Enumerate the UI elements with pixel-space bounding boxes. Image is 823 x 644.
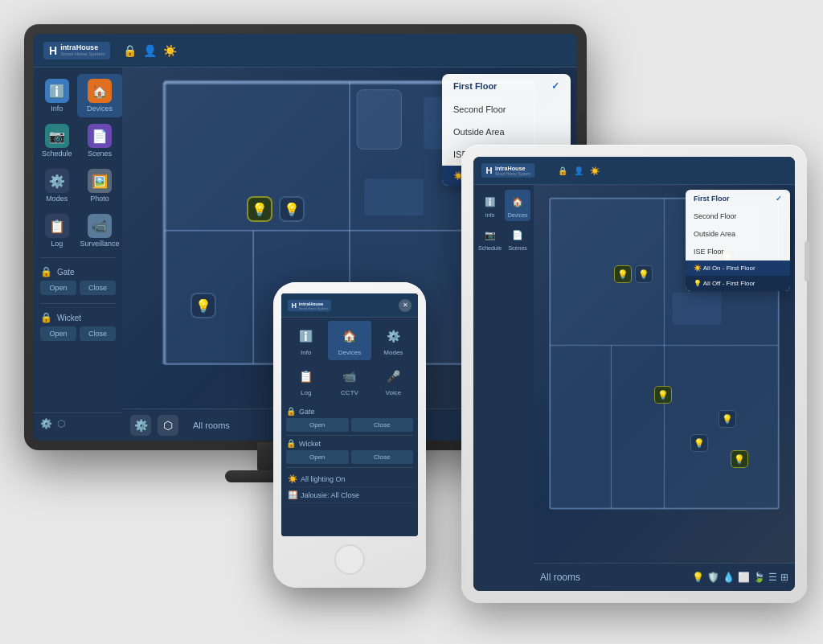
floor-item-first[interactable]: First Floor ✓ bbox=[442, 74, 571, 98]
toolbar-settings-icon[interactable]: ⚙️ bbox=[130, 415, 151, 436]
tablet-logo: H intraHouse Smart Home System bbox=[481, 163, 535, 178]
tablet-toolbar-icons: 💡 🛡️ 💧 ⬜ 🍃 ☰ ⊞ bbox=[692, 572, 788, 583]
svg-rect-11 bbox=[364, 178, 424, 215]
phone-list-jalousie-icon: 🪟 bbox=[288, 490, 297, 499]
phone-nav-log[interactable]: 📋 Log bbox=[285, 361, 327, 400]
monitor-app-header: H intraHouse Smart Home System 🔒 👤 ☀️ bbox=[34, 34, 577, 68]
phone-nav-cctv[interactable]: 📹 CCTV bbox=[328, 361, 371, 400]
tablet-lock-icon: 🔒 bbox=[558, 166, 567, 175]
phone-wicket-close[interactable]: Close bbox=[351, 450, 414, 464]
phone-wicket-icon: 🔒 bbox=[286, 439, 296, 448]
scene-container: H intraHouse Smart Home System 🔒 👤 ☀️ bbox=[0, 0, 823, 644]
phone-gate-close[interactable]: Close bbox=[351, 418, 414, 432]
light-1[interactable]: 💡 bbox=[247, 196, 272, 222]
gate-header: 🔒 Gate bbox=[40, 266, 116, 277]
tablet-nav-schedule[interactable]: 📷 Schedule bbox=[477, 223, 503, 254]
grid-icon: ⬡ bbox=[57, 418, 65, 429]
sidebar-item-surveillance[interactable]: 📹 Surveillance bbox=[77, 209, 123, 252]
sidebar-item-devices[interactable]: 🏠 Devices bbox=[77, 74, 123, 117]
sidebar-item-log[interactable]: 📋 Log bbox=[39, 209, 76, 252]
schedule-icon: 📷 bbox=[45, 124, 69, 148]
phone-wicket-buttons: Open Close bbox=[286, 450, 413, 464]
floor-item-second[interactable]: Second Floor bbox=[442, 98, 571, 121]
tablet-floor-second[interactable]: Second Floor bbox=[686, 207, 790, 225]
gate-icon: 🔒 bbox=[40, 266, 52, 277]
tablet-light-5[interactable]: 💡 bbox=[654, 386, 672, 404]
gate-buttons: Open Close bbox=[40, 281, 116, 295]
tablet-floor-outside[interactable]: Outside Area bbox=[686, 225, 790, 243]
tablet-light-4[interactable]: 💡 bbox=[719, 410, 736, 428]
phone-nav-devices[interactable]: 🏠 Devices bbox=[328, 321, 371, 360]
phone-nav-voice[interactable]: 🎤 Voice bbox=[372, 361, 415, 400]
tablet-toolbar-drop[interactable]: 💧 bbox=[723, 572, 735, 583]
tablet-floor-ise[interactable]: ISE Floor bbox=[686, 243, 790, 260]
sidebar-item-photo[interactable]: 🖼️ Photo bbox=[77, 164, 123, 207]
phone-gate-open[interactable]: Open bbox=[286, 418, 349, 432]
phone-wicket-open[interactable]: Open bbox=[286, 450, 349, 464]
tablet-toolbar-shield[interactable]: 🛡️ bbox=[707, 572, 719, 583]
tablet-light-6[interactable]: 💡 bbox=[690, 434, 708, 452]
tablet-floor-all-on[interactable]: ☀️ All On - First Floor bbox=[686, 260, 790, 276]
phone-home-button[interactable] bbox=[334, 544, 365, 575]
tablet-toolbar-grid[interactable]: ⊞ bbox=[780, 572, 788, 583]
tablet-nav-scenes[interactable]: 📄 Scenes bbox=[505, 223, 530, 254]
tablet-logo-sub: Smart Home System bbox=[495, 171, 530, 175]
info-label: Info bbox=[51, 105, 63, 113]
light-4[interactable]: 💡 bbox=[190, 293, 216, 318]
phone-nav-info[interactable]: ℹ️ Info bbox=[285, 321, 327, 360]
phone-close-button[interactable]: ✕ bbox=[399, 299, 412, 312]
log-label: Log bbox=[51, 240, 63, 248]
phone-log-label: Log bbox=[301, 389, 311, 396]
phone-bezel: H intraHouse Smart Home System ✕ ℹ️ In bbox=[273, 282, 426, 588]
phone-gate-label: Gate bbox=[299, 408, 315, 416]
tablet-sidebar: ℹ️ Info 🏠 Devices 📷 Schedule bbox=[473, 185, 534, 591]
phone-cctv-icon: 📹 bbox=[338, 365, 361, 388]
floor-item-outside[interactable]: Outside Area bbox=[442, 121, 571, 143]
wicket-open-button[interactable]: Open bbox=[40, 326, 76, 341]
wicket-label: Wicket bbox=[57, 314, 81, 322]
tablet-nav-info[interactable]: ℹ️ Info bbox=[477, 190, 503, 221]
tablet-nav-devices[interactable]: 🏠 Devices bbox=[505, 190, 530, 221]
phone-list-item-2[interactable]: 🪟 Jalousie: All Close bbox=[286, 487, 413, 503]
gate-control: 🔒 Gate Open Close bbox=[34, 263, 122, 298]
scenes-icon: 📄 bbox=[88, 124, 112, 148]
tablet-floor-first[interactable]: First Floor ✓ bbox=[686, 190, 790, 207]
tablet-side-button[interactable] bbox=[805, 241, 809, 281]
phone-log-icon: 📋 bbox=[295, 365, 317, 388]
tablet-toolbar-light[interactable]: 💡 bbox=[692, 572, 704, 583]
toolbar-grid-icon[interactable]: ⬡ bbox=[158, 415, 178, 436]
sidebar-divider-1 bbox=[40, 257, 116, 258]
svg-rect-14 bbox=[357, 90, 401, 150]
tablet-floor-dropdown: First Floor ✓ Second Floor Outside Area bbox=[686, 190, 790, 291]
sidebar-item-schedule[interactable]: 📷 Schedule bbox=[39, 119, 76, 162]
tablet-light-7[interactable]: 💡 bbox=[731, 450, 748, 468]
tablet-header: H intraHouse Smart Home System 🔒 👤 ☀️ bbox=[473, 157, 795, 185]
tablet-toolbar-square[interactable]: ⬜ bbox=[738, 572, 750, 583]
gate-open-button[interactable]: Open bbox=[40, 281, 76, 295]
sidebar-item-modes[interactable]: ⚙️ Modes bbox=[39, 164, 76, 207]
tablet-toolbar-leaf[interactable]: 🍃 bbox=[753, 572, 765, 583]
sidebar-bottom: ⚙️ ⬡ bbox=[34, 412, 122, 434]
gate-label: Gate bbox=[57, 268, 75, 277]
user-icon: 👤 bbox=[143, 44, 157, 57]
phone-modes-label: Modes bbox=[383, 349, 403, 356]
sidebar-nav-grid: ℹ️ Info 🏠 Devices 📷 Schedule bbox=[34, 74, 122, 252]
phone-gate-header: 🔒 Gate bbox=[286, 407, 413, 416]
gate-close-button[interactable]: Close bbox=[80, 281, 116, 295]
tablet-light-1[interactable]: 💡 bbox=[614, 265, 632, 283]
tablet-toolbar-list[interactable]: ☰ bbox=[768, 572, 777, 583]
tablet-light-2[interactable]: 💡 bbox=[635, 265, 653, 283]
light-2[interactable]: 💡 bbox=[279, 196, 305, 222]
tablet-floor-all-off[interactable]: 💡 All Off - First Floor bbox=[686, 276, 790, 291]
phone-controls: 🔒 Gate Open Close 🔒 bbox=[281, 404, 418, 536]
phone-voice-icon: 🎤 bbox=[382, 365, 404, 388]
wicket-close-button[interactable]: Close bbox=[80, 326, 116, 341]
sidebar-item-scenes[interactable]: 📄 Scenes bbox=[77, 119, 123, 162]
phone-nav-modes[interactable]: ⚙️ Modes bbox=[372, 321, 415, 360]
sidebar-item-info[interactable]: ℹ️ Info bbox=[39, 74, 76, 117]
phone-divider-1 bbox=[286, 435, 413, 436]
phone-list-item-1[interactable]: ☀️ All lighting On bbox=[286, 471, 413, 487]
tablet-info-label: Info bbox=[485, 212, 495, 218]
phone-modes-icon: ⚙️ bbox=[382, 325, 404, 347]
tablet-floor-check: ✓ bbox=[776, 195, 782, 203]
